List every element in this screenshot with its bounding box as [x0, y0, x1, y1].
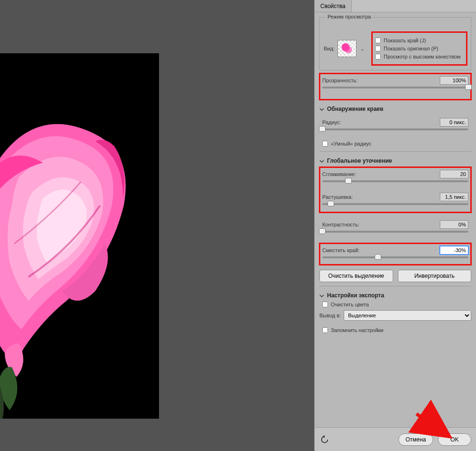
output-row: Вывод в: Выделение	[319, 310, 471, 321]
shift-label: Сместить край:	[322, 247, 359, 253]
contrast-value[interactable]	[440, 220, 468, 229]
reset-icon[interactable]	[319, 434, 330, 445]
section-global-title: Глобальное уточнение	[327, 157, 392, 164]
divider	[319, 151, 471, 152]
transparency-slider[interactable]	[322, 87, 468, 88]
divider	[319, 286, 471, 286]
refine-buttons: Очистить выделение Инвертировать	[319, 270, 471, 282]
contrast-label: Контрастность:	[322, 222, 359, 227]
view-mode-title: Режим просмотра	[326, 14, 373, 20]
section-edge-title: Обнаружение краев	[327, 106, 383, 112]
smooth-slider[interactable]	[322, 180, 468, 182]
view-thumbnail[interactable]	[337, 40, 357, 57]
feather-handle[interactable]	[327, 201, 334, 206]
contrast-slider[interactable]	[322, 231, 468, 233]
section-export-title: Настройки экспорта	[327, 292, 384, 299]
chk-show-original[interactable]: Показать оригинал (P)	[375, 46, 464, 51]
chk-hq-preview-box[interactable]	[375, 54, 381, 59]
chk-show-original-box[interactable]	[375, 46, 381, 51]
transparency-block: Прозрачность:	[319, 73, 471, 100]
panel-body: Режим просмотра Вид: ⌄ Показать край (J)…	[315, 12, 476, 427]
shift-slider[interactable]	[322, 256, 468, 258]
section-edge-detection[interactable]: Обнаружение краев	[319, 106, 471, 112]
clear-selection-button[interactable]: Очистить выделение	[319, 270, 393, 282]
section-export[interactable]: Настройки экспорта	[319, 292, 471, 299]
radius-slider[interactable]	[322, 128, 468, 130]
feather-label: Растушевка:	[322, 194, 353, 200]
transparency-handle[interactable]	[465, 84, 472, 90]
transparency-label: Прозрачность:	[322, 78, 357, 83]
chk-remember-box[interactable]	[322, 327, 328, 333]
chk-hq-preview[interactable]: Просмотр с высоким качеством	[375, 54, 464, 59]
chk-show-edge[interactable]: Показать край (J)	[375, 38, 464, 43]
view-label: Вид:	[324, 46, 335, 51]
section-global-refine[interactable]: Глобальное уточнение	[319, 157, 471, 164]
chk-smart-radius[interactable]: «Умный» радиус	[322, 141, 468, 147]
radius-block: Радиус:	[319, 115, 471, 136]
chk-decontaminate-box[interactable]	[322, 302, 328, 307]
feather-slider[interactable]	[322, 203, 468, 205]
chk-decontaminate-label: Очистить цвета	[331, 302, 369, 307]
smooth-handle[interactable]	[345, 178, 352, 184]
chk-smart-radius-label: «Умный» радиус	[331, 141, 371, 147]
chk-remember-label: Запомнить настройки	[331, 327, 384, 333]
tab-properties[interactable]: Свойства	[315, 0, 352, 12]
ok-button[interactable]: OK	[438, 433, 471, 446]
chevron-down-icon	[319, 293, 324, 298]
chk-remember[interactable]: Запомнить настройки	[322, 327, 468, 333]
chevron-down-icon	[319, 158, 324, 163]
chk-smart-radius-box[interactable]	[322, 141, 328, 147]
output-label: Вывод в:	[319, 313, 341, 318]
chk-show-edge-box[interactable]	[375, 38, 381, 43]
canvas-area	[0, 0, 314, 451]
chk-decontaminate[interactable]: Очистить цвета	[322, 302, 468, 307]
properties-panel: Свойства Режим просмотра Вид: ⌄ Показать…	[314, 0, 476, 451]
radius-value[interactable]	[440, 118, 468, 127]
view-checks-highlight: Показать край (J) Показать оригинал (P) …	[372, 32, 467, 65]
chevron-down-icon	[319, 107, 324, 111]
shift-edge-block: Сместить край:	[319, 243, 471, 265]
smooth-value[interactable]	[440, 170, 468, 178]
chk-hq-preview-label: Просмотр с высоким качеством	[384, 54, 461, 59]
shift-handle[interactable]	[375, 254, 381, 260]
cancel-button[interactable]: Отмена	[398, 433, 433, 446]
smooth-label: Сглаживание:	[322, 171, 356, 177]
contrast-block: Контрастность:	[319, 217, 471, 238]
invert-button[interactable]: Инвертировать	[398, 270, 472, 282]
output-select[interactable]: Выделение	[344, 310, 471, 321]
shift-value[interactable]	[440, 246, 468, 255]
feather-value[interactable]	[440, 193, 468, 201]
image-preview	[0, 53, 159, 419]
view-mode-group: Режим просмотра Вид: ⌄ Показать край (J)…	[319, 17, 471, 70]
contrast-handle[interactable]	[319, 228, 326, 234]
panel-footer: Отмена OK	[315, 427, 476, 451]
smooth-feather-block: Сглаживание: Растушевка:	[319, 167, 471, 213]
tab-bar: Свойства	[315, 0, 476, 12]
rose-image	[0, 53, 159, 419]
view-dropdown[interactable]: ⌄	[359, 46, 365, 51]
chk-show-edge-label: Показать край (J)	[384, 38, 426, 43]
radius-label: Радиус:	[322, 119, 341, 125]
transparency-value[interactable]	[440, 76, 468, 85]
chk-show-original-label: Показать оригинал (P)	[384, 46, 438, 51]
radius-handle[interactable]	[319, 126, 326, 132]
